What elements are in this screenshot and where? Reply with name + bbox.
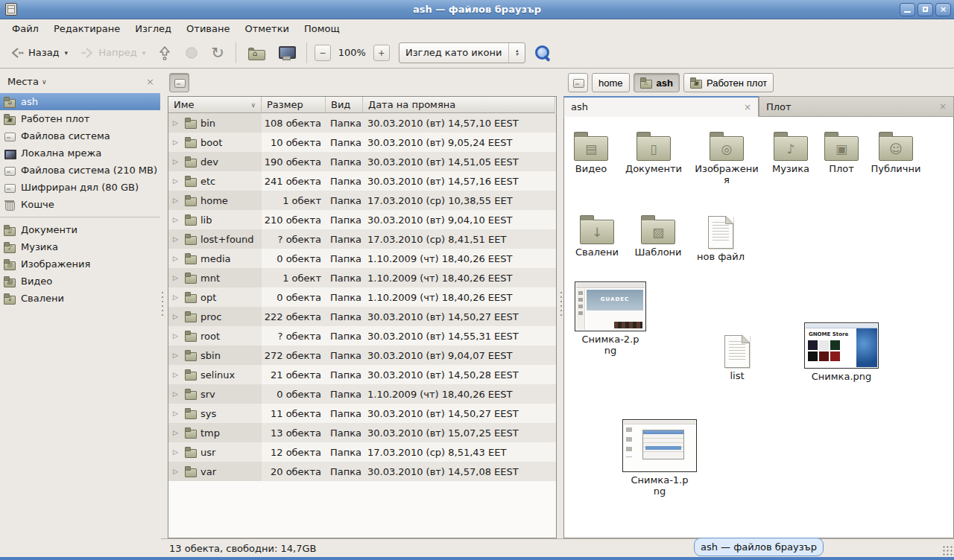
table-row[interactable]: ▷lost+found? обектаПапка17.03.2010 (ср) … [168,229,556,249]
icon-view[interactable]: ▤Видео▯Документи◎Изображения♪Музика▣Плот… [563,117,954,538]
expander-icon[interactable]: ▷ [173,351,181,359]
expander-icon[interactable]: ▷ [173,158,181,165]
pane-splitter[interactable] [160,69,165,538]
sidebar-item[interactable]: Кошче [0,196,160,213]
tab-ash[interactable]: ash× [563,96,759,117]
zoom-out-button[interactable]: − [315,45,331,61]
sidebar-close-icon[interactable]: × [146,76,154,87]
table-row[interactable]: ▷var20 обектаПапка30.03.2010 (вт) 14,57,… [168,462,556,481]
forward-dropdown-icon[interactable]: ▾ [142,49,146,57]
stop-button[interactable] [180,42,203,63]
icon-view-item[interactable]: ↓Свалени [564,214,630,258]
expander-icon[interactable]: ▷ [173,429,181,436]
zoom-in-button[interactable]: + [373,45,390,61]
tab-Плот[interactable]: Плот× [759,96,954,117]
table-row[interactable]: ▷root? обектаПапка30.03.2010 (вт) 14,55,… [168,326,556,346]
menu-item-Файл[interactable]: Файл [4,21,46,36]
column-header-3[interactable]: Дата на промяна [363,97,555,113]
breadcrumb-home[interactable]: home [592,73,630,92]
table-row[interactable]: ▷sbin272 обектаПапка30.03.2010 (вт) 9,04… [168,346,556,365]
expander-icon[interactable]: ▷ [173,313,181,320]
icon-view-item[interactable]: GNOME StoreСнимка.png [804,322,879,382]
table-row[interactable]: ▷home1 обектПапка17.03.2010 (ср) 10,38,5… [168,191,556,210]
column-header-2[interactable]: Вид [326,97,363,113]
menu-item-Отметки[interactable]: Отметки [237,21,296,36]
table-row[interactable]: ▷etc241 обектаПапка30.03.2010 (вт) 14,57… [168,171,556,191]
sidebar-item[interactable]: Файлова система (210 MB) [0,162,160,179]
menu-item-Редактиране[interactable]: Редактиране [46,21,127,36]
expander-icon[interactable]: ▷ [173,410,181,417]
table-row[interactable]: ▷tmp13 обектаПапка30.03.2010 (вт) 15,07,… [168,423,556,442]
sidebar-item[interactable]: ♪Музика [0,238,160,255]
expander-icon[interactable]: ▷ [173,197,181,204]
table-row[interactable]: ▷usr12 обектаПапка17.03.2010 (ср) 8,51,4… [168,442,556,462]
expander-icon[interactable]: ▷ [173,390,181,398]
tab-close-icon[interactable]: × [939,101,947,112]
sidebar-item[interactable]: ◎Изображения [0,255,160,273]
icon-view-item[interactable]: нов файл [688,214,754,262]
table-row[interactable]: ▷opt0 обектаПапка1.10.2009 (чт) 18,40,26… [168,287,556,307]
icon-view-item[interactable]: Снимка-1.png [630,419,689,497]
sidebar-item[interactable]: ▤Видео [0,273,160,290]
minimize-button[interactable] [900,3,915,16]
forward-button[interactable]: Напред ▾ [76,42,149,63]
table-row[interactable]: ▷lib210 обектаПапка30.03.2010 (вт) 9,04,… [168,210,556,229]
back-dropdown-icon[interactable]: ▾ [65,49,69,57]
reload-button[interactable]: ↻ [207,42,228,63]
icon-view-item[interactable]: ☺Публични [863,130,929,174]
places-title[interactable]: Места [7,76,39,87]
table-row[interactable]: ▷media0 обектаПапка1.10.2009 (чт) 18,40,… [168,249,556,268]
expander-icon[interactable]: ▷ [173,119,181,127]
icon-view-item[interactable]: GUADECСнимка-2.png [581,281,640,356]
view-mode-select[interactable]: Изглед като икони ▴▾ [399,42,525,63]
icon-view-item[interactable]: ▯Документи [621,130,686,174]
sidebar-item[interactable]: ↓Свалени [0,290,160,307]
breadcrumb-root[interactable] [568,73,588,92]
breadcrumb-root[interactable] [169,73,189,92]
expander-icon[interactable]: ▷ [173,448,181,456]
expander-icon[interactable]: ▷ [173,332,181,340]
sidebar-item[interactable]: Шифриран дял (80 GB) [0,179,160,196]
table-row[interactable]: ▷sys11 обектаПапка30.03.2010 (вт) 14,50,… [168,404,556,423]
sidebar-item[interactable]: Локална мрежа [0,144,160,162]
back-button[interactable]: Назад ▾ [6,42,72,63]
table-row[interactable]: ▷proc222 обектаПапка30.03.2010 (вт) 14,5… [168,307,556,326]
table-row[interactable]: ▷boot10 обектаПапка30.03.2010 (вт) 9,05,… [168,133,556,152]
icon-view-item[interactable]: list [715,333,759,381]
table-row[interactable]: ▷dev190 обектаПапка30.03.2010 (вт) 14,51… [168,152,556,171]
sidebar-item[interactable]: Файлова система [0,127,160,144]
column-header-1[interactable]: Размер [262,97,326,113]
sidebar-item[interactable]: ▣Работен плот [0,110,160,127]
home-button[interactable] [244,43,269,63]
view-mode-spinner-icon[interactable]: ▴▾ [508,43,525,63]
icon-view-item[interactable]: ▨Шаблони [625,214,691,258]
tab-close-icon[interactable]: × [744,102,751,112]
expander-icon[interactable]: ▷ [173,293,181,301]
up-button[interactable] [154,42,176,64]
column-header-0[interactable]: Име∨ [168,97,262,113]
resize-grip[interactable] [942,545,953,556]
sidebar-item[interactable]: ⌂ash [0,93,160,110]
expander-icon[interactable]: ▷ [173,177,181,185]
icon-view-item[interactable]: ◎Изображения [694,130,759,185]
computer-button[interactable] [274,42,299,63]
expander-icon[interactable]: ▷ [173,216,181,223]
places-caret-icon[interactable]: ∨ [42,78,47,86]
table-row[interactable]: ▷srv0 обектаПапка1.10.2009 (чт) 18,40,26… [168,384,556,404]
expander-icon[interactable]: ▷ [173,235,181,243]
expander-icon[interactable]: ▷ [173,371,181,378]
icon-view-item[interactable]: ▤Видео [563,130,624,174]
table-row[interactable]: ▷mnt1 обектПапка1.10.2009 (чт) 18,40,26 … [168,268,556,287]
menu-item-Помощ[interactable]: Помощ [297,21,347,36]
titlebar[interactable]: ash — файлов браузър × [0,0,954,19]
search-button[interactable] [530,41,555,65]
table-row[interactable]: ▷bin108 обектаПапка30.03.2010 (вт) 14,57… [168,113,556,133]
menu-item-Изглед[interactable]: Изглед [127,21,179,36]
close-button[interactable]: × [935,3,951,16]
sidebar-item[interactable]: ▯Документи [0,221,160,238]
expander-icon[interactable]: ▷ [173,274,181,281]
breadcrumb-Работен плот[interactable]: ▣Работен плот [683,73,774,92]
expander-icon[interactable]: ▷ [173,139,181,146]
expander-icon[interactable]: ▷ [173,468,181,475]
maximize-button[interactable] [917,3,933,16]
